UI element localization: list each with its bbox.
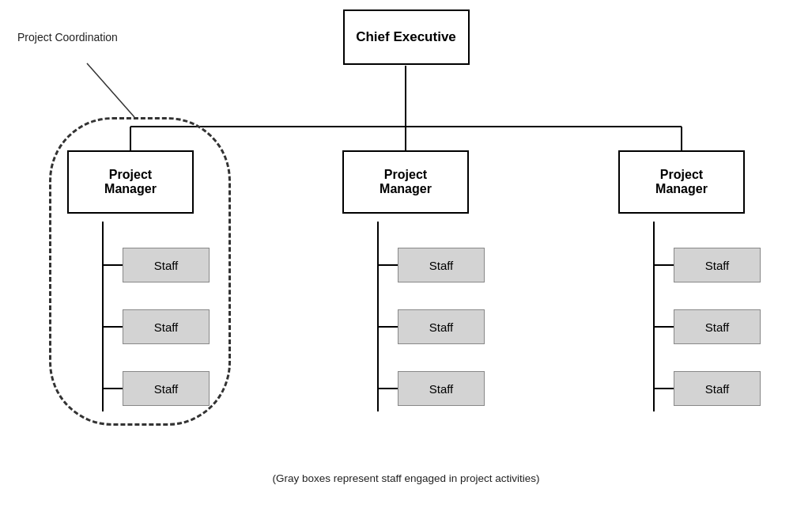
staff-3-1: Staff bbox=[674, 248, 761, 282]
svg-line-17 bbox=[87, 63, 134, 117]
pm1-label: ProjectManager bbox=[104, 168, 157, 196]
project-manager-1: ProjectManager bbox=[67, 150, 194, 214]
footer-note: (Gray boxes represent staff engaged in p… bbox=[0, 472, 812, 484]
coord-arrow bbox=[0, 0, 812, 491]
staff-2-2: Staff bbox=[398, 309, 485, 344]
coord-label-text: Project Coordination bbox=[17, 31, 118, 44]
footer-note-text: (Gray boxes represent staff engaged in p… bbox=[272, 472, 539, 484]
staff-label: Staff bbox=[429, 382, 454, 396]
project-manager-2: ProjectManager bbox=[342, 150, 469, 214]
staff-3-3: Staff bbox=[674, 371, 761, 406]
staff-2-3: Staff bbox=[398, 371, 485, 406]
chief-executive-box: Chief Executive bbox=[343, 9, 470, 65]
staff-label: Staff bbox=[154, 259, 179, 272]
staff-1-1: Staff bbox=[123, 248, 210, 282]
staff-label: Staff bbox=[429, 259, 454, 272]
staff-label: Staff bbox=[705, 259, 730, 272]
staff-label: Staff bbox=[154, 382, 179, 396]
staff-2-1: Staff bbox=[398, 248, 485, 282]
pm2-label: ProjectManager bbox=[380, 168, 432, 196]
diagram-container: Chief Executive ProjectManager bbox=[0, 0, 812, 491]
staff-label: Staff bbox=[429, 320, 454, 334]
staff-label: Staff bbox=[154, 320, 179, 334]
staff-1-3: Staff bbox=[123, 371, 210, 406]
chief-executive-label: Chief Executive bbox=[356, 29, 456, 45]
staff-1-2: Staff bbox=[123, 309, 210, 344]
staff-label: Staff bbox=[705, 382, 730, 396]
staff-label: Staff bbox=[705, 320, 730, 334]
staff-3-2: Staff bbox=[674, 309, 761, 344]
project-manager-3: ProjectManager bbox=[618, 150, 745, 214]
pm3-label: ProjectManager bbox=[655, 168, 708, 196]
coordination-label: Project Coordination bbox=[17, 30, 118, 44]
connector-lines bbox=[0, 0, 812, 491]
